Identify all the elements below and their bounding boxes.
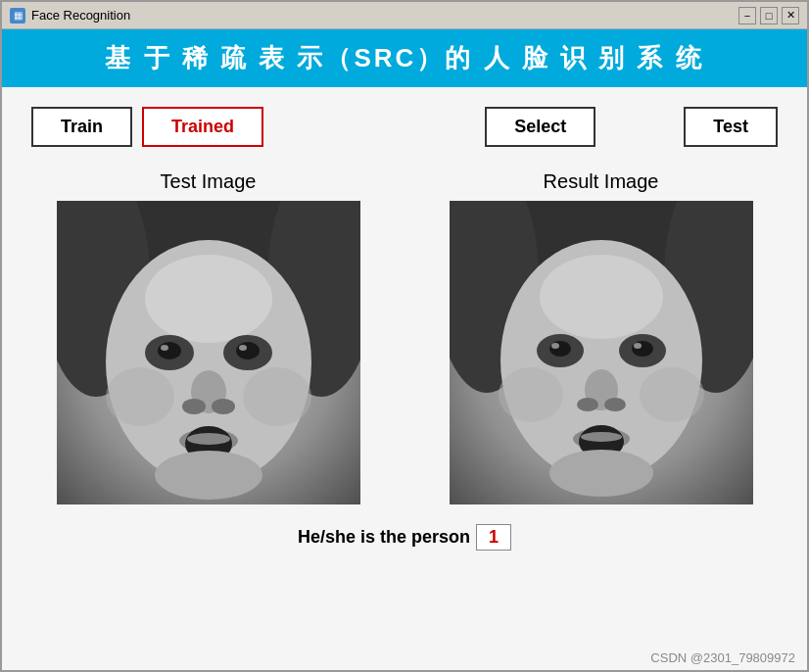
test-button[interactable]: Test — [684, 107, 778, 147]
svg-point-7 — [158, 342, 181, 360]
test-image-col: Test Image — [31, 170, 385, 504]
result-image-label: Result Image — [544, 170, 659, 193]
minimize-button[interactable]: − — [738, 7, 756, 24]
watermark: CSDN @2301_79809972 — [650, 650, 795, 665]
svg-point-10 — [236, 342, 260, 360]
title-bar-left: ▦ Face Recognition — [10, 8, 130, 24]
svg-point-13 — [182, 399, 206, 414]
test-image-label: Test Image — [161, 170, 257, 193]
title-bar: ▦ Face Recognition − □ ✕ — [2, 2, 807, 29]
close-button[interactable]: ✕ — [782, 7, 799, 24]
result-face-svg — [450, 201, 753, 504]
svg-point-39 — [549, 450, 653, 497]
button-row: Train Trained Select Test — [31, 107, 778, 147]
result-prefix-label: He/she is the person — [298, 527, 470, 548]
images-section: Test Image — [31, 170, 778, 504]
svg-point-35 — [604, 398, 626, 411]
result-value-box: 1 — [476, 524, 511, 551]
header-text: 基 于 稀 疏 表 示（SRC）的 人 脸 识 别 系 统 — [105, 43, 703, 72]
svg-point-18 — [155, 451, 262, 500]
svg-point-17 — [187, 433, 230, 445]
test-face-image — [57, 201, 360, 504]
result-image-col: Result Image — [424, 170, 778, 504]
svg-point-8 — [161, 345, 168, 351]
svg-point-34 — [577, 398, 598, 411]
svg-point-29 — [551, 343, 559, 349]
result-row: He/she is the person 1 — [31, 524, 778, 551]
svg-point-31 — [632, 341, 653, 357]
svg-point-5 — [145, 255, 272, 343]
result-face-image — [450, 201, 753, 504]
header-banner: 基 于 稀 疏 表 示（SRC）的 人 脸 识 别 系 统 — [2, 29, 807, 87]
svg-point-41 — [640, 367, 704, 422]
svg-point-40 — [499, 367, 563, 422]
svg-point-38 — [581, 432, 622, 442]
app-icon: ▦ — [10, 8, 25, 24]
trained-button[interactable]: Trained — [142, 107, 263, 147]
title-bar-controls[interactable]: − □ ✕ — [738, 7, 799, 24]
test-face-svg — [57, 201, 360, 504]
maximize-button[interactable]: □ — [760, 7, 778, 24]
svg-point-26 — [540, 255, 663, 339]
svg-point-20 — [243, 367, 311, 426]
window-title: Face Recognition — [31, 8, 130, 23]
select-button[interactable]: Select — [485, 107, 595, 147]
svg-point-14 — [212, 399, 235, 414]
train-button[interactable]: Train — [31, 107, 132, 147]
svg-point-11 — [239, 345, 247, 351]
main-content: Train Trained Select Test Test Image — [2, 87, 807, 672]
svg-point-32 — [634, 343, 642, 349]
svg-point-19 — [106, 367, 174, 426]
svg-point-28 — [549, 341, 571, 357]
